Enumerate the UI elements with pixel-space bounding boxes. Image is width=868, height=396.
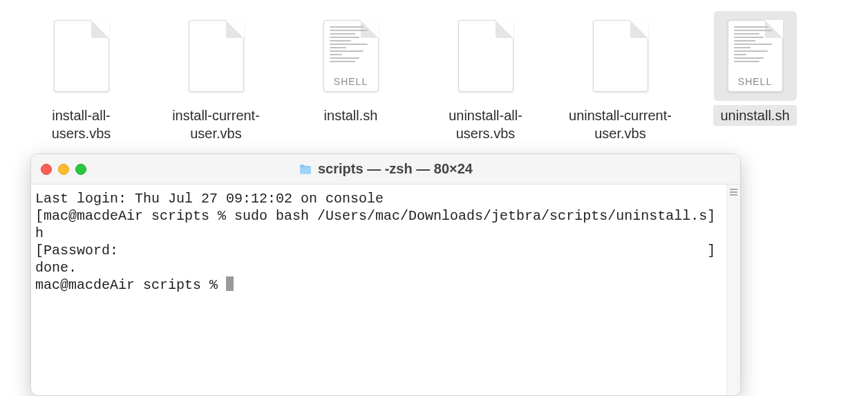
document-icon [458, 20, 513, 92]
folder-icon [299, 164, 312, 175]
maximize-icon[interactable] [75, 164, 86, 175]
file-label: uninstall-current-user.vbs [558, 105, 683, 144]
cursor-icon [226, 276, 234, 291]
desktop-file-grid: install-all-users.vbs install-current-us… [0, 0, 868, 144]
terminal-line: [mac@macdeAir scripts % sudo bash /Users… [35, 208, 715, 224]
shell-script-icon: SHELL [323, 20, 379, 92]
shell-script-icon: SHELL [728, 20, 783, 92]
file-item[interactable]: uninstall-all-users.vbs [418, 7, 553, 144]
file-label: uninstall.sh [713, 105, 796, 126]
terminal-line: [Password: ] [35, 243, 715, 258]
file-icon [40, 11, 123, 101]
terminal-line: Last login: Thu Jul 27 09:12:02 on conso… [35, 191, 384, 207]
shell-badge: SHELL [324, 76, 378, 87]
window-title: scripts — -zsh — 80×24 [31, 161, 740, 177]
terminal-output[interactable]: Last login: Thu Jul 27 09:12:02 on conso… [31, 185, 726, 395]
file-label: install-all-users.vbs [19, 105, 144, 144]
file-icon: SHELL [310, 11, 393, 101]
file-icon [444, 11, 527, 101]
terminal-line: h [35, 225, 44, 241]
close-icon[interactable] [41, 164, 52, 175]
terminal-titlebar[interactable]: scripts — -zsh — 80×24 [31, 154, 740, 185]
terminal-prompt: mac@macdeAir scripts % [35, 277, 226, 293]
terminal-body-wrap: Last login: Thu Jul 27 09:12:02 on conso… [31, 185, 740, 395]
terminal-line: done. [35, 260, 77, 276]
shell-badge: SHELL [728, 76, 782, 87]
file-item[interactable]: install-all-users.vbs [14, 7, 149, 144]
file-icon [175, 11, 258, 101]
file-icon: SHELL [714, 11, 797, 101]
file-item[interactable]: uninstall-current-user.vbs [553, 7, 688, 144]
file-item[interactable]: SHELL uninstall.sh [688, 7, 822, 126]
file-label: install-current-user.vbs [154, 105, 279, 144]
traffic-lights [41, 164, 86, 175]
document-icon [593, 20, 648, 92]
window-title-text: scripts — -zsh — 80×24 [318, 161, 473, 177]
file-item[interactable]: SHELL install.sh [283, 7, 418, 126]
document-icon [189, 20, 244, 92]
file-item[interactable]: install-current-user.vbs [149, 7, 283, 144]
file-label: install.sh [317, 105, 385, 126]
minimize-icon[interactable] [58, 164, 69, 175]
document-icon [54, 20, 109, 92]
terminal-window[interactable]: scripts — -zsh — 80×24 Last login: Thu J… [30, 153, 741, 396]
file-icon [579, 11, 662, 101]
file-label: uninstall-all-users.vbs [424, 105, 548, 144]
scrollbar[interactable] [726, 185, 740, 395]
